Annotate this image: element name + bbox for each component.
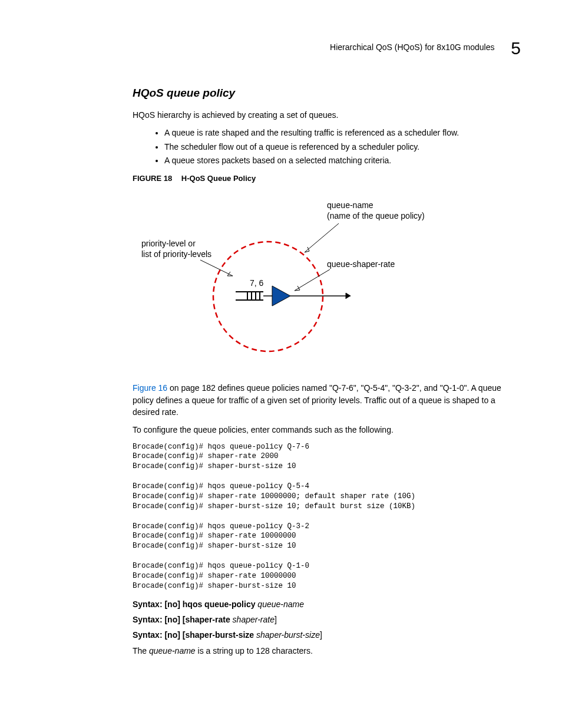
figure-label: FIGURE 18: [133, 174, 172, 183]
dashed-circle-icon: [213, 242, 323, 351]
syntax-bold: Syntax: [no] [shaper-burst-size: [133, 630, 256, 640]
output-arrowhead-icon: [346, 293, 351, 299]
footer-pre: The: [133, 646, 149, 655]
after-figure-text: on page 182 defines queue policies named…: [133, 383, 501, 417]
label-priority-1: priority-level or: [141, 239, 196, 248]
footer-post: is a string up to 128 characters.: [196, 646, 313, 655]
syntax-bold: Syntax: [no] hqos queue-policy: [133, 599, 257, 609]
syntax-bold: Syntax: [no] [shaper-rate: [133, 615, 233, 624]
figure-caption: FIGURE 18 H-QoS Queue Policy: [133, 173, 503, 185]
shaper-triangle-icon: [272, 286, 290, 306]
syntax-line-1: Syntax: [no] hqos queue-policy queue-nam…: [133, 598, 503, 610]
page-number: 5: [511, 38, 521, 58]
diagram-svg: queue-name (name of the queue policy) pr…: [133, 190, 439, 367]
syntax-close: ]: [320, 630, 322, 640]
queue-icon: [236, 292, 263, 300]
list-item: The scheduler flow out of a queue is ref…: [164, 141, 503, 153]
header-title: Hierarchical QoS (HQoS) for 8x10G module…: [330, 42, 494, 52]
intro-paragraph: HQoS hierarchy is achieved by creating a…: [133, 109, 503, 121]
syntax-ital: queue-name: [257, 599, 304, 609]
label-center: 7, 6: [250, 278, 264, 288]
page-header: Hierarchical QoS (HQoS) for 8x10G module…: [41, 35, 521, 61]
syntax-line-2: Syntax: [no] [shaper-rate shaper-rate]: [133, 614, 503, 625]
syntax-ital: shaper-burst-size: [256, 630, 320, 640]
figure-diagram: queue-name (name of the queue policy) pr…: [133, 190, 503, 370]
figure-link[interactable]: Figure 16: [133, 383, 167, 393]
label-queue-name-2: (name of the queue policy): [327, 211, 425, 220]
syntax-ital: shaper-rate: [233, 615, 275, 624]
syntax-line-3: Syntax: [no] [shaper-burst-size shaper-b…: [133, 629, 503, 641]
label-queue-name-1: queue-name: [327, 200, 373, 210]
label-priority-2: list of priority-levels: [141, 249, 211, 259]
content: HQoS queue policy HQoS hierarchy is achi…: [133, 85, 503, 657]
list-item: A queue is rate shaped and the resulting…: [164, 127, 503, 139]
figure-title: H-QoS Queue Policy: [181, 174, 256, 183]
arrow-line: [200, 260, 233, 276]
label-shaper: queue-shaper-rate: [327, 259, 395, 269]
syntax-close: ]: [275, 615, 277, 624]
config-intro: To configure the queue policies, enter c…: [133, 424, 503, 436]
footer-ital: queue-name: [149, 646, 196, 655]
after-figure-paragraph: Figure 16 on page 182 defines queue poli…: [133, 382, 503, 418]
arrow-line: [295, 269, 330, 291]
list-item: A queue stores packets based on a select…: [164, 154, 503, 166]
section-title: HQoS queue policy: [133, 85, 503, 101]
arrow-line: [305, 223, 339, 252]
footer-paragraph: The queue-name is a string up to 128 cha…: [133, 645, 503, 657]
bullet-list: A queue is rate shaped and the resulting…: [133, 127, 503, 166]
code-block: Brocade(config)# hqos queue-policy Q-7-6…: [133, 442, 503, 591]
